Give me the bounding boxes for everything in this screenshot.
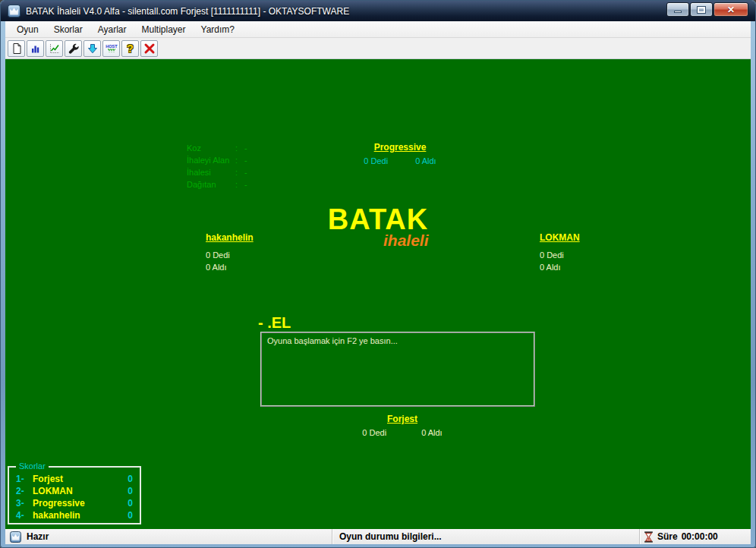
maximize-button[interactable] xyxy=(690,2,713,17)
menu-skorlar[interactable]: Skorlar xyxy=(46,21,90,37)
exit-button[interactable] xyxy=(140,40,158,57)
info-label: İhaleyi Alan xyxy=(187,156,235,168)
download-button[interactable] xyxy=(83,40,101,57)
score-value: 0 xyxy=(128,510,133,521)
player-right: LOKMAN 0 Dedi 0 Aldı xyxy=(540,230,580,275)
menu-yardim[interactable]: Yardım? xyxy=(194,21,242,37)
player-top: Progressive 0 Dedi 0 Aldı xyxy=(294,140,506,165)
status-bar: Hazır Oyun durumu bilgileri... Süre 00:0… xyxy=(5,529,751,544)
score-row-2: 2- LOKMAN 0 xyxy=(9,485,140,497)
player-bottom-dedi: 0 Dedi xyxy=(362,428,386,437)
maximize-icon xyxy=(698,7,705,13)
score-value: 0 xyxy=(128,486,133,496)
info-colon: : xyxy=(235,143,244,156)
line-chart-icon xyxy=(49,43,61,55)
scoreboard-title: Skorlar xyxy=(16,461,49,471)
player-left-name: hakanhelin xyxy=(206,232,254,243)
menu-ayarlar[interactable]: Ayarlar xyxy=(90,21,134,37)
player-bottom: Forjest 0 Dedi 0 Aldı xyxy=(292,411,512,437)
info-colon: : xyxy=(235,168,244,180)
close-icon: ✕ xyxy=(727,5,735,15)
statistics-button[interactable] xyxy=(46,40,63,57)
host-button[interactable]: HOST xyxy=(102,40,120,57)
hand-counter-label: - .EL xyxy=(258,314,291,332)
new-game-button[interactable] xyxy=(8,40,25,57)
info-row-ihalesi: İhalesi : - xyxy=(187,168,247,180)
close-x-icon xyxy=(143,43,156,55)
info-row-dagitan: Dağıtan : - xyxy=(187,180,247,192)
close-button[interactable]: ✕ xyxy=(713,2,748,17)
score-rank: 1- xyxy=(16,474,33,484)
score-value: 0 xyxy=(128,474,133,484)
player-right-name: LOKMAN xyxy=(540,232,580,243)
game-message: Oyuna başlamak için F2 ye basın... xyxy=(262,333,534,348)
score-name: Forjest xyxy=(33,474,128,484)
info-row-ihaleyi-alan: İhaleyi Alan : - xyxy=(187,156,247,168)
game-logo-subtitle: ihaleli xyxy=(383,231,429,250)
score-rank: 2- xyxy=(16,486,33,496)
score-value: 0 xyxy=(128,498,133,509)
status-ready-section: Hazır xyxy=(5,531,332,543)
question-icon: ? xyxy=(127,43,134,54)
window-controls: ✕ xyxy=(666,2,748,17)
app-crown-icon xyxy=(8,5,20,17)
info-value: - xyxy=(244,156,247,168)
menu-oyun[interactable]: Oyun xyxy=(9,21,46,37)
scoreboard: Skorlar 1- Forjest 0 2- LOKMAN 0 3- Prog… xyxy=(8,466,141,524)
player-top-aldi: 0 Aldı xyxy=(415,156,436,165)
round-info-panel: Koz : - İhaleyi Alan : - İhalesi : - Dağ… xyxy=(187,143,247,192)
toolbar: HOST ? xyxy=(5,38,751,59)
info-value: - xyxy=(244,143,247,156)
bar-chart-icon xyxy=(30,43,42,55)
player-left: hakanhelin 0 Dedi 0 Aldı xyxy=(206,230,254,275)
score-row-1: 1- Forjest 0 xyxy=(9,473,140,485)
status-info-section: Oyun durumu bilgileri... xyxy=(332,531,639,542)
hourglass-icon xyxy=(644,531,654,543)
info-row-koz: Koz : - xyxy=(187,143,247,156)
minimize-icon xyxy=(674,11,682,13)
game-table: Koz : - İhaleyi Alan : - İhalesi : - Dağ… xyxy=(5,59,751,529)
player-left-dedi: 0 Dedi xyxy=(206,250,254,263)
status-app-icon xyxy=(10,531,21,543)
player-top-dedi: 0 Dedi xyxy=(364,156,388,165)
info-colon: : xyxy=(235,180,244,192)
score-name: hakanhelin xyxy=(33,510,128,521)
settings-button[interactable] xyxy=(65,40,82,57)
window-title: BATAK İhaleli V4.0 Alfa - silentall.com … xyxy=(26,6,349,17)
game-message-box: Oyuna başlamak için F2 ye basın... xyxy=(260,332,535,407)
score-rank: 4- xyxy=(16,510,33,521)
svg-text:HOST: HOST xyxy=(106,43,118,48)
title-bar[interactable]: BATAK İhaleli V4.0 Alfa - silentall.com … xyxy=(1,1,755,21)
score-row-4: 4- hakanhelin 0 xyxy=(9,509,140,521)
player-right-aldi: 0 Aldı xyxy=(540,263,580,275)
score-name: Progressive xyxy=(33,498,128,509)
status-timer-label: Süre xyxy=(657,531,678,542)
info-value: - xyxy=(244,180,247,192)
scores-button[interactable] xyxy=(27,40,44,57)
menu-multiplayer[interactable]: Multiplayer xyxy=(134,21,194,37)
game-logo-title: BATAK xyxy=(5,203,751,236)
player-left-aldi: 0 Aldı xyxy=(206,263,254,275)
info-colon: : xyxy=(235,156,244,168)
player-top-name: Progressive xyxy=(374,142,427,153)
app-window: BATAK İhaleli V4.0 Alfa - silentall.com … xyxy=(0,0,756,548)
status-timer-value: 00:00:00 xyxy=(682,531,718,542)
wrench-icon xyxy=(68,43,80,55)
player-bottom-aldi: 0 Aldı xyxy=(421,428,443,437)
help-button[interactable]: ? xyxy=(121,40,139,57)
info-value: - xyxy=(244,168,247,180)
info-label: İhalesi xyxy=(187,168,235,180)
status-timer-section: Süre 00:00:00 xyxy=(640,531,751,543)
status-info-text: Oyun durumu bilgileri... xyxy=(339,531,442,542)
minimize-button[interactable] xyxy=(666,2,689,17)
status-ready-text: Hazır xyxy=(27,531,49,542)
menu-bar: Oyun Skorlar Ayarlar Multiplayer Yardım? xyxy=(5,21,751,38)
down-arrow-icon xyxy=(87,43,99,55)
score-rank: 3- xyxy=(16,498,33,509)
score-row-3: 3- Progressive 0 xyxy=(9,497,140,509)
info-label: Koz xyxy=(187,143,235,156)
player-bottom-name: Forjest xyxy=(387,414,417,424)
page-icon xyxy=(11,43,23,55)
host-icon: HOST xyxy=(105,43,118,55)
info-label: Dağıtan xyxy=(187,180,235,192)
